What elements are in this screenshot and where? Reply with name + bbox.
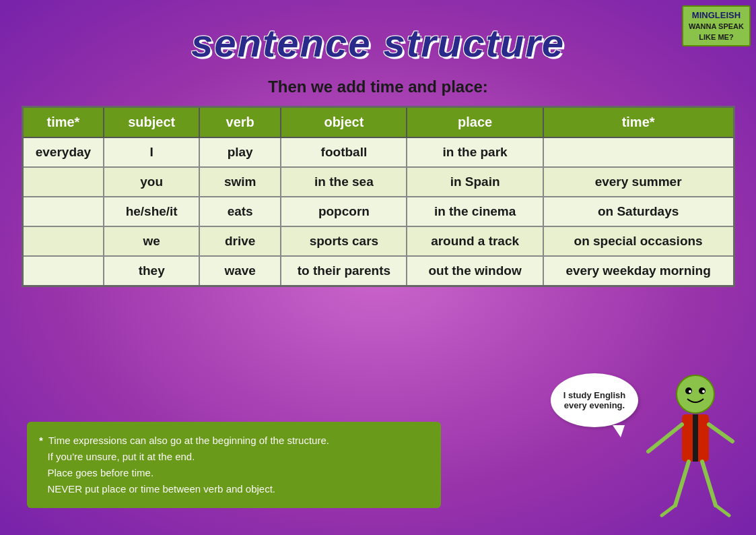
- svg-line-8: [709, 424, 732, 441]
- table-cell: [22, 226, 104, 256]
- table-cell: around a track: [407, 226, 543, 256]
- table-cell: you: [104, 167, 199, 197]
- svg-point-0: [677, 375, 714, 413]
- table-cell: we: [104, 226, 199, 256]
- logo-line3: LIKE ME?: [689, 32, 744, 42]
- speech-bubble: I study English every evening.: [551, 373, 638, 427]
- table-cell: to their parents: [281, 256, 407, 286]
- table-row: youswimin the seain Spainevery summer: [22, 167, 734, 197]
- svg-line-9: [675, 462, 689, 505]
- speech-bubble-text: I study English every evening.: [556, 390, 633, 410]
- table-cell: football: [281, 137, 407, 167]
- header-time-left: time*: [22, 107, 104, 138]
- asterisk-symbol: *: [39, 435, 43, 446]
- table-cell: eats: [199, 197, 281, 226]
- table-cell: they: [104, 256, 199, 286]
- header-time-right: time*: [543, 107, 734, 138]
- table-cell: [22, 256, 104, 286]
- table-cell: play: [199, 137, 281, 167]
- table-cell: on special occasions: [543, 226, 734, 256]
- table-cell: out the window: [407, 256, 543, 286]
- table-row: everydayIplayfootballin the park: [22, 137, 734, 167]
- header-subject: subject: [104, 107, 199, 138]
- table-cell: on Saturdays: [543, 197, 734, 226]
- stick-figure: [628, 371, 743, 522]
- table-row: he/she/iteatspopcornin the cinemaon Satu…: [22, 197, 734, 226]
- svg-line-10: [662, 505, 675, 515]
- header-object: object: [281, 107, 407, 138]
- logo-line2: WANNA SPEAK: [689, 22, 744, 32]
- table-cell: every summer: [543, 167, 734, 197]
- logo-brand: MINGLEISH: [689, 9, 744, 22]
- subtitle: Then we add time and place:: [0, 77, 756, 96]
- main-table-wrapper: time* subject verb object place time* ev…: [22, 106, 735, 287]
- table-cell: in the sea: [281, 167, 407, 197]
- table-cell: I: [104, 137, 199, 167]
- sentence-structure-table: time* subject verb object place time* ev…: [22, 106, 735, 287]
- table-cell: wave: [199, 256, 281, 286]
- svg-point-3: [689, 390, 691, 393]
- svg-line-11: [702, 462, 716, 505]
- table-cell: [543, 137, 734, 167]
- svg-line-12: [716, 505, 729, 515]
- svg-line-7: [648, 424, 682, 451]
- table-row: theywaveto their parentsout the windowev…: [22, 256, 734, 286]
- table-cell: [22, 167, 104, 197]
- header-place: place: [407, 107, 543, 138]
- table-cell: everyday: [22, 137, 104, 167]
- table-cell: sports cars: [281, 226, 407, 256]
- table-cell: drive: [199, 226, 281, 256]
- table-cell: swim: [199, 167, 281, 197]
- table-row: wedrivesports carsaround a trackon speci…: [22, 226, 734, 256]
- table-cell: in the park: [407, 137, 543, 167]
- table-cell: every weekday morning: [543, 256, 734, 286]
- table-cell: popcorn: [281, 197, 407, 226]
- note-text: Time expressions can also go at the begi…: [39, 435, 329, 495]
- table-cell: in Spain: [407, 167, 543, 197]
- svg-rect-6: [693, 414, 698, 462]
- page-title: sentence structure: [0, 0, 756, 65]
- table-cell: [22, 197, 104, 226]
- table-cell: he/she/it: [104, 197, 199, 226]
- table-cell: in the cinema: [407, 197, 543, 226]
- logo: MINGLEISH WANNA SPEAK LIKE ME?: [682, 5, 751, 46]
- header-verb: verb: [199, 107, 281, 138]
- svg-point-4: [702, 390, 705, 393]
- note-box: * Time expressions can also go at the be…: [27, 422, 441, 508]
